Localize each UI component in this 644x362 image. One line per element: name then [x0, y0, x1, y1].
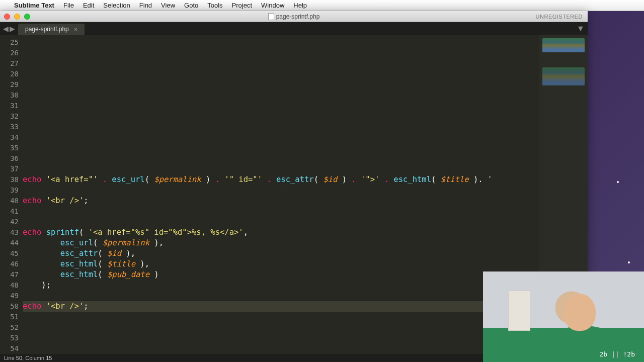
- window-title: page-sprintf.php: [0, 13, 588, 20]
- line-number: 35: [0, 143, 19, 153]
- menu-tools[interactable]: Tools: [207, 2, 222, 9]
- line-number: 53: [0, 333, 19, 343]
- code-line[interactable]: [23, 132, 539, 143]
- code-line[interactable]: [23, 343, 539, 354]
- code-line[interactable]: [23, 206, 539, 217]
- code-line[interactable]: echo '<br />';: [23, 196, 539, 206]
- code-line[interactable]: [23, 333, 539, 343]
- line-number: 28: [0, 69, 19, 79]
- code-line[interactable]: [23, 164, 539, 174]
- line-number: 46: [0, 259, 19, 269]
- cursor-position: Line 50, Column 15: [4, 355, 52, 361]
- line-number: 26: [0, 48, 19, 58]
- nav-back-icon[interactable]: ◀: [3, 25, 9, 33]
- menu-window[interactable]: Window: [261, 2, 284, 9]
- line-number: 49: [0, 291, 19, 301]
- nav-forward-icon[interactable]: ▶: [10, 25, 15, 33]
- line-number: 47: [0, 269, 19, 280]
- code-line[interactable]: esc_url( $permalink ),: [23, 238, 539, 248]
- menu-goto[interactable]: Goto: [184, 2, 198, 9]
- code-content[interactable]: echo '<a href="' . esc_url( $permalink )…: [23, 35, 539, 354]
- line-number: 30: [0, 90, 19, 101]
- document-icon: [268, 13, 274, 20]
- code-line[interactable]: esc_attr( $id ),: [23, 248, 539, 259]
- line-number: 40: [0, 196, 19, 206]
- line-number: 36: [0, 153, 19, 164]
- code-line[interactable]: [23, 122, 539, 132]
- maximize-icon[interactable]: [24, 14, 30, 20]
- code-line[interactable]: [23, 185, 539, 196]
- menu-help[interactable]: Help: [293, 2, 307, 9]
- line-number: 25: [0, 37, 19, 48]
- code-line[interactable]: [23, 101, 539, 111]
- line-number: 51: [0, 312, 19, 322]
- line-number: 38: [0, 174, 19, 185]
- code-line[interactable]: [23, 58, 539, 69]
- line-number: 39: [0, 185, 19, 196]
- code-line[interactable]: [23, 79, 539, 90]
- menu-view[interactable]: View: [161, 2, 175, 9]
- webcam-door: [508, 291, 530, 331]
- line-number: 43: [0, 227, 19, 238]
- webcam-head: [564, 294, 596, 331]
- close-icon[interactable]: [4, 14, 10, 20]
- line-number: 52: [0, 322, 19, 333]
- line-number: 50: [0, 301, 19, 312]
- code-line[interactable]: echo '<br />';: [23, 301, 539, 312]
- code-line[interactable]: [23, 48, 539, 58]
- registration-status: UNREGISTERED: [536, 14, 583, 20]
- code-line[interactable]: [23, 143, 539, 153]
- code-line[interactable]: [23, 153, 539, 164]
- line-number: 32: [0, 111, 19, 122]
- line-number: 54: [0, 343, 19, 354]
- line-number: 29: [0, 79, 19, 90]
- code-line[interactable]: echo '<a href="' . esc_url( $permalink )…: [23, 174, 539, 185]
- line-number: 34: [0, 132, 19, 143]
- code-line[interactable]: [23, 90, 539, 101]
- menu-edit[interactable]: Edit: [83, 2, 94, 9]
- line-number: 27: [0, 58, 19, 69]
- code-line[interactable]: echo sprintf( '<a href="%s" id="%d">%s, …: [23, 227, 539, 238]
- code-line[interactable]: esc_html( $pub_date ): [23, 269, 539, 280]
- code-line[interactable]: [23, 111, 539, 122]
- line-number: 41: [0, 206, 19, 217]
- line-number: 33: [0, 122, 19, 132]
- webcam-caption: 2b || !2b: [600, 350, 635, 358]
- line-number-gutter: 2526272829303132333435363738394041424344…: [0, 35, 23, 354]
- menu-file[interactable]: File: [63, 2, 74, 9]
- webcam-overlay: 2b || !2b: [483, 272, 644, 362]
- code-line[interactable]: esc_html( $title ),: [23, 259, 539, 269]
- minimap-region: [542, 38, 585, 52]
- menu-selection[interactable]: Selection: [103, 2, 130, 9]
- code-line[interactable]: [23, 291, 539, 301]
- line-number: 31: [0, 101, 19, 111]
- code-line[interactable]: [23, 69, 539, 79]
- window-title-text: page-sprintf.php: [276, 13, 320, 20]
- menu-project[interactable]: Project: [232, 2, 252, 9]
- line-number: 45: [0, 248, 19, 259]
- code-line[interactable]: [23, 312, 539, 322]
- app-name[interactable]: Sublime Text: [14, 2, 54, 9]
- window-titlebar[interactable]: page-sprintf.php UNREGISTERED: [0, 11, 588, 22]
- tab-close-icon[interactable]: ×: [74, 26, 78, 33]
- minimize-icon[interactable]: [14, 14, 20, 20]
- code-line[interactable]: [23, 37, 539, 48]
- traffic-lights: [4, 14, 30, 20]
- menu-find[interactable]: Find: [139, 2, 152, 9]
- code-line[interactable]: );: [23, 280, 539, 291]
- line-number: 37: [0, 164, 19, 174]
- code-line[interactable]: [23, 217, 539, 227]
- line-number: 42: [0, 217, 19, 227]
- tab-active[interactable]: page-sprintf.php ×: [18, 24, 85, 35]
- tab-label: page-sprintf.php: [25, 26, 69, 33]
- line-number: 48: [0, 280, 19, 291]
- minimap-region: [542, 67, 585, 85]
- line-number: 44: [0, 238, 19, 248]
- mac-menubar: Sublime Text File Edit Selection Find Vi…: [0, 0, 644, 11]
- tab-bar: ◀ ▶ page-sprintf.php × ▼: [0, 22, 588, 35]
- tab-overflow-icon[interactable]: ▼: [574, 22, 588, 35]
- code-line[interactable]: [23, 322, 539, 333]
